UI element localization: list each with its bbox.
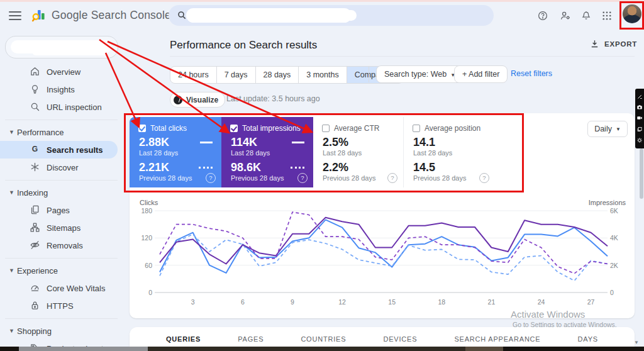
sidebar-item-removals[interactable]: Removals — [0, 237, 118, 254]
sidebar-divider — [5, 318, 118, 319]
left-axis-tick: 120 — [141, 234, 152, 242]
date-tab-3-months[interactable]: 3 months — [299, 67, 347, 83]
granularity-dropdown[interactable]: Daily ▼ — [587, 121, 628, 137]
tab-pages[interactable]: PAGES — [238, 335, 264, 343]
metric-secondary-value: 14.5 — [413, 161, 435, 174]
property-selector[interactable] — [5, 36, 118, 58]
date-tab-24-hours[interactable]: 24 hours — [170, 67, 217, 83]
x-axis-tick: 27 — [587, 298, 595, 306]
metric-card-position[interactable]: Average position14.1Last 28 days14.5Prev… — [403, 117, 495, 187]
sidebar-item-insights[interactable]: Insights — [0, 81, 118, 98]
metric-primary-period: Last 28 days — [231, 149, 270, 157]
metric-primary-value: 2.5% — [323, 136, 348, 149]
sidebar-item-overview[interactable]: Overview — [0, 63, 118, 81]
performance-card: Total clicks2.88KLast 28 days2.21KPrevio… — [130, 113, 635, 318]
bell-icon[interactable] — [580, 10, 592, 21]
hamburger-menu-icon[interactable] — [9, 11, 21, 20]
chevron-down-icon: ▼ — [9, 189, 14, 196]
visualize-icon — [174, 96, 182, 104]
global-search-input[interactable] — [169, 5, 494, 26]
sidebar: OverviewInsightsURL inspection▼Performan… — [0, 31, 129, 351]
tab-countries[interactable]: COUNTRIES — [301, 335, 346, 343]
sidebar-item-url-inspection[interactable]: URL inspection — [0, 98, 118, 116]
asterisk-icon — [30, 162, 40, 172]
redaction-blob — [11, 40, 111, 53]
left-axis-tick: 60 — [145, 262, 152, 269]
topbar: Google Search Console — [0, 0, 644, 31]
right-axis-title: Impressions — [589, 199, 626, 206]
unchecked-checkbox-icon[interactable] — [413, 125, 420, 132]
sidebar-section-shopping[interactable]: ▼Shopping — [0, 322, 129, 340]
reset-filters-link[interactable]: Reset filters — [511, 69, 552, 78]
metric-primary-period: Last 28 days — [323, 149, 362, 157]
help-circle-icon[interactable]: ? — [206, 173, 216, 183]
app-logo[interactable]: Google Search Console — [31, 8, 171, 23]
help-icon[interactable] — [537, 10, 548, 21]
x-axis-tick: 21 — [488, 298, 496, 306]
sidebar-section-performance[interactable]: ▼Performance — [0, 123, 129, 141]
solid-line-legend-icon — [292, 142, 304, 143]
camera-icon — [636, 104, 643, 110]
metric-primary-value: 2.88K — [139, 136, 169, 149]
metric-secondary-value: 2.21K — [139, 161, 169, 174]
x-axis-tick: 12 — [338, 298, 346, 306]
metric-card-impressions[interactable]: Total impressions114KLast 28 days98.6KPr… — [221, 117, 313, 187]
last-update-text: Last update: 3.5 hours ago — [226, 94, 320, 103]
sidebar-item-search-results[interactable]: GSearch results — [0, 141, 118, 159]
search-type-filter[interactable]: Search type: Web▼ — [376, 65, 464, 83]
sidebar-item-sitemaps[interactable]: Sitemaps — [0, 219, 118, 237]
page-title: Performance on Search results — [170, 39, 317, 52]
sidebar-section-experience[interactable]: ▼Experience — [0, 262, 129, 279]
user-gear-icon[interactable] — [560, 10, 571, 21]
performance-chart[interactable]: 00602K1204K1806K369121518212427 — [135, 206, 630, 315]
sidebar-divider — [5, 180, 118, 181]
x-axis-tick: 24 — [538, 298, 545, 306]
visualize-button[interactable]: Visualize — [170, 92, 225, 108]
sidebar-item-pages[interactable]: Pages — [0, 201, 118, 219]
add-filter-button[interactable]: + Add filter — [454, 65, 508, 83]
right-axis-tick: 6K — [610, 207, 618, 214]
left-axis-title: Clicks — [140, 199, 158, 206]
chevron-down-icon[interactable]: ▼ — [634, 340, 639, 345]
scrollbar-thumb[interactable] — [640, 148, 643, 199]
metric-card-clicks[interactable]: Total clicks2.88KLast 28 days2.21KPrevio… — [130, 117, 221, 187]
checked-checkbox-icon[interactable] — [230, 125, 238, 132]
date-tab-28-days[interactable]: 28 days — [256, 67, 299, 83]
metric-primary-period: Last 28 days — [413, 149, 452, 157]
search-icon — [30, 101, 40, 112]
taskbar-segment — [148, 347, 465, 351]
metric-secondary-period: Previous 28 days — [323, 174, 375, 182]
help-circle-icon[interactable]: ? — [387, 173, 397, 183]
svg-text:G: G — [32, 145, 38, 153]
help-circle-icon[interactable]: ? — [297, 173, 308, 183]
tab-queries[interactable]: QUERIES — [166, 335, 201, 343]
chevron-down-icon: ▼ — [9, 267, 14, 274]
sidebar-item-discover[interactable]: Discover — [0, 159, 118, 176]
eye-off-icon — [30, 240, 40, 250]
metric-primary-value: 114K — [231, 136, 257, 149]
sidebar-item-https[interactable]: HTTPS — [0, 297, 118, 315]
help-circle-icon[interactable]: ? — [479, 173, 489, 183]
checked-checkbox-icon[interactable] — [138, 125, 146, 132]
metric-secondary-value: 98.6K — [231, 161, 261, 174]
chevron-down-icon: ▼ — [9, 328, 14, 334]
avatar[interactable] — [623, 4, 641, 23]
metric-secondary-period: Previous 28 days — [231, 174, 284, 182]
sidebar-divider — [5, 120, 118, 120]
sidebar-divider — [5, 258, 118, 259]
date-tab-7-days[interactable]: 7 days — [217, 67, 256, 83]
unchecked-checkbox-icon[interactable] — [322, 125, 330, 132]
capture-extension-toolbar[interactable] — [635, 89, 644, 148]
lightbulb-icon — [30, 84, 40, 94]
tab-devices[interactable]: DEVICES — [383, 335, 417, 343]
tab-search-appearance[interactable]: SEARCH APPEARANCE — [454, 335, 540, 343]
apps-grid-icon[interactable] — [601, 10, 613, 21]
product-name: Google Search Console — [52, 9, 171, 22]
tab-days[interactable]: DAYS — [578, 335, 598, 343]
export-button[interactable]: EXPORT — [590, 39, 637, 48]
sidebar-item-core-web-vitals[interactable]: Core Web Vitals — [0, 279, 118, 297]
metric-card-ctr[interactable]: Average CTR2.5%Last 28 days2.2%Previous … — [313, 117, 403, 187]
sidebar-section-indexing[interactable]: ▼Indexing — [0, 184, 129, 201]
metric-secondary-value: 2.2% — [323, 161, 348, 174]
header-divider — [170, 56, 635, 57]
